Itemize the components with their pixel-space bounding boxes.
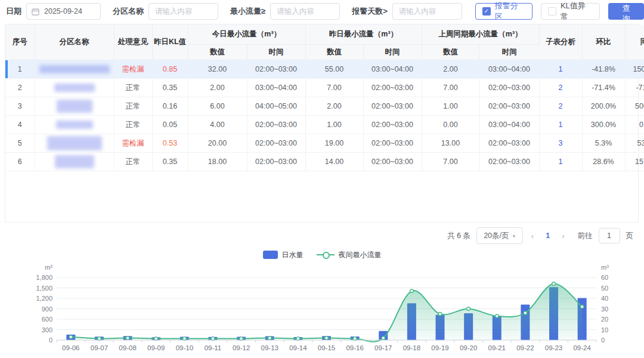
svg-text:09-14: 09-14 [289,344,307,351]
subtable-cell: 2 [539,79,582,97]
kl-abnormal-checkbox[interactable]: KL值异常 [541,3,600,20]
yoy-cell: 53.8% [625,134,644,153]
lastweek-min-time: 02:00~03:00 [479,153,539,171]
query-button[interactable]: 查询 [608,3,644,20]
col-yoy: 同比 [625,24,644,60]
mom-cell: 200.0% [582,97,625,116]
svg-text:09-09: 09-09 [147,344,165,351]
yesterday-min-value: 55.00 [305,60,363,79]
subtable-link[interactable]: 1 [559,65,563,73]
table-row[interactable]: 6正常0.3518.0002:00~03:0014.0002:00~03:007… [5,153,644,171]
filter-bar: 日期 分区名称 最小流量≥ 报警天数> ✓ 报警分区 KL值异常 查询 [0,0,644,23]
alarm-partition-checkbox-label: 报警分区 [495,1,525,22]
yoy-cell: -71.4% [625,79,644,97]
col-index: 序号 [5,24,35,60]
current-page[interactable]: 1 [542,232,553,240]
yesterday-min-value: 19.00 [305,134,363,153]
svg-text:900: 900 [42,305,52,313]
subtable-link[interactable]: 2 [559,84,563,92]
table-row[interactable]: 4正常0.054.0002:00~03:001.0002:00~03:000.0… [5,116,644,134]
subtable-link[interactable]: 1 [559,121,563,129]
min-flow-field [270,3,340,20]
date-input[interactable] [43,7,95,16]
alarm-days-input[interactable] [398,7,457,16]
row-index: 3 [5,97,35,116]
svg-text:09-08: 09-08 [119,344,136,351]
yesterday-min-value: 1.00 [305,116,363,134]
page-size-select[interactable]: 20条/页 ▾ [476,227,523,244]
next-page-button[interactable]: › [559,232,566,240]
yesterday-min-value: 7.00 [305,79,363,97]
dual-axis-chart: 003001060020900301,200401,500501,80060m³… [0,263,644,358]
subtable-link[interactable]: 2 [559,102,563,110]
svg-text:09-16: 09-16 [346,344,363,351]
row-index: 2 [5,79,35,97]
blurred-partition-name [39,65,110,73]
yesterday-min-time: 02:00~03:00 [363,116,422,134]
opinion-cell: 需检漏 [114,60,152,79]
svg-text:09-23: 09-23 [545,344,562,351]
today-min-value: 18.00 [188,153,247,171]
subtable-link[interactable]: 3 [559,139,563,147]
yesterday-min-time: 02:00~03:00 [363,97,422,116]
opinion-cell: 正常 [114,116,152,134]
yoy-cell: 0.0% [625,116,644,134]
partition-name-cell [35,97,114,116]
row-index: 6 [5,153,35,171]
min-flow-input[interactable] [275,7,335,16]
table-row[interactable]: 2正常0.352.0003:00~04:007.0002:00~03:007.0… [5,79,644,97]
svg-text:10: 10 [601,326,608,334]
svg-text:m³: m³ [45,264,52,271]
lastweek-min-time: 02:00~03:00 [479,134,539,153]
row-index: 1 [5,60,35,79]
prev-page-button[interactable]: ‹ [529,232,536,240]
date-picker[interactable] [26,3,101,20]
alarm-partition-checkbox[interactable]: ✓ 报警分区 [475,3,532,20]
opinion-cell: 正常 [114,79,152,97]
row-index: 5 [5,134,35,153]
col-today-value: 数值 [188,45,247,60]
mom-cell: 300.0% [582,116,625,134]
alarm-days-label: 报警天数> [352,6,388,17]
yesterday-min-value: 14.00 [305,153,363,171]
col-lastweek-value: 数值 [422,45,479,60]
lastweek-min-value: 2.00 [422,60,479,79]
svg-text:09-10: 09-10 [176,344,193,351]
yoy-cell: 157.1% [625,153,644,171]
today-min-value: 2.00 [188,79,247,97]
legend-daily-water[interactable]: 日水量 [263,250,304,260]
table-row[interactable]: 5需检漏0.5320.0002:00~03:0019.0002:00~03:00… [5,134,644,153]
svg-text:60: 60 [601,274,608,281]
kl-value-cell: 0.05 [152,116,188,134]
col-name: 分区名称 [35,24,114,60]
lastweek-min-value: 7.00 [422,153,479,171]
kl-value-cell: 0.53 [152,134,188,153]
svg-text:300: 300 [42,326,52,334]
yesterday-min-time: 03:00~04:00 [363,60,422,79]
lastweek-min-value: 1.00 [422,97,479,116]
legend-daily-water-label: 日水量 [282,250,304,260]
subtable-link[interactable]: 1 [559,158,563,166]
kl-value-cell: 0.16 [152,97,188,116]
lastweek-min-value: 0.00 [422,116,479,134]
svg-text:30: 30 [601,305,608,313]
today-min-value: 20.00 [188,134,247,153]
opinion-cell: 需检漏 [114,134,152,153]
col-lastweek-group: 上周同期最小流量（m³） [422,24,539,45]
lastweek-min-time: 02:00~03:00 [479,79,539,97]
opinion-cell: 正常 [114,97,152,116]
table-row[interactable]: 1需检漏0.8532.0002:00~03:0055.0003:00~04:00… [5,60,644,79]
mom-cell: 5.3% [582,134,625,153]
subtable-cell: 3 [539,134,582,153]
pagination: 共 6 条 20条/页 ▾ ‹ 1 › 前往 页 [447,227,633,244]
legend-night-min-flow[interactable]: 夜间最小流量 [317,250,382,260]
col-lastweek-time: 时间 [479,45,539,60]
yesterday-min-time: 02:00~03:00 [363,79,422,97]
subtable-cell: 2 [539,97,582,116]
goto-page-input[interactable] [599,228,620,243]
page-size-value: 20条/页 [484,231,509,241]
total-count: 共 6 条 [447,231,470,241]
partition-name-input[interactable] [154,7,213,16]
table-row[interactable]: 3正常0.166.0004:00~05:002.0002:00~03:001.0… [5,97,644,116]
lastweek-min-value: 13.00 [422,134,479,153]
